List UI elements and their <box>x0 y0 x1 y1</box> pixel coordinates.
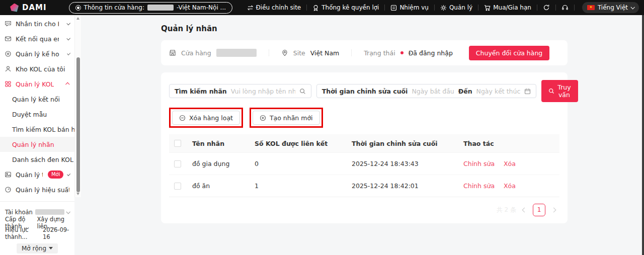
row-checkbox[interactable] <box>174 183 181 190</box>
divider <box>478 5 478 11</box>
next-page-button[interactable] <box>552 208 555 212</box>
page-scrollbar[interactable] <box>642 15 644 255</box>
end-date-input[interactable]: Ngày kết thúc <box>476 88 521 95</box>
edit-link[interactable]: Chỉnh sửa <box>463 182 495 190</box>
new-badge: Mới <box>48 171 64 179</box>
triangle-down-icon <box>49 247 53 249</box>
divider <box>434 5 435 11</box>
date-range-field[interactable]: Thời gian chỉnh sửa cuối Ngày bắt đầu Đế… <box>316 84 537 98</box>
label-search-field[interactable]: Tìm kiếm nhãn <box>169 84 311 98</box>
label-name: đồ gia dụng <box>188 160 251 167</box>
main-area: Quản lý nhãn Cửa hàng Site Việt Nam Trạn… <box>82 15 644 255</box>
scrollbar-thumb[interactable] <box>76 57 80 192</box>
sidebar-item-message-plan[interactable]: Quản lý kế hoạch nhắ... <box>0 46 74 61</box>
sidebar-subitem-find-kol[interactable]: Tìm kiếm KOL bán hàng <box>0 122 74 137</box>
status-dot-icon <box>400 51 404 54</box>
nav-adjust-site[interactable]: Điều chỉnh site <box>247 4 301 11</box>
nav-buy-renew[interactable]: Mua/Gia hạn <box>484 4 531 11</box>
table-header-row: Tên nhãn Số KOL được liên kết Thời gian … <box>169 134 559 152</box>
pagination: 共 2 条 1 <box>169 202 559 217</box>
scroll-up-arrow-icon[interactable] <box>76 17 79 20</box>
sidebar-item-label: Quản lý thực hi... <box>16 171 43 179</box>
prev-page-button[interactable] <box>523 208 526 212</box>
sidebar-subitem-connection-management[interactable]: Quản lý kết nối <box>0 92 74 107</box>
language-selector[interactable]: Tiếng Việt <box>582 2 639 13</box>
expand-button[interactable]: Mở rộng <box>17 243 58 253</box>
sidebar-subitem-label: Quản lý kết nối <box>12 96 60 103</box>
query-button[interactable]: Truy vấn <box>541 80 578 102</box>
sidebar-item-team-performance[interactable]: Quản lý hiệu suất nhóm <box>0 182 74 197</box>
sidebar-item-execution-management[interactable]: Quản lý thực hi... Mới <box>0 167 74 182</box>
chevron-down-icon[interactable] <box>66 210 70 214</box>
redacted-store-name <box>147 5 174 11</box>
account-label: Tài khoản <box>5 209 33 216</box>
store-icon <box>169 49 176 56</box>
switch-store-button[interactable]: Chuyển đổi cửa hàng <box>469 46 549 60</box>
person-icon <box>5 65 12 72</box>
sidebar-item-label: Kho KOL của tôi <box>16 65 65 73</box>
scroll-down-arrow-icon[interactable] <box>76 193 79 195</box>
nav-label: Điều chỉnh site <box>256 4 301 11</box>
sidebar-subitem-label-management[interactable]: Quản lý nhãn <box>0 137 74 152</box>
col-header-actions: Thao tác <box>459 140 559 147</box>
mail-icon <box>5 35 12 42</box>
sidebar-item-email-connect[interactable]: Kết nối qua email <box>0 31 74 46</box>
bulk-delete-label: Xóa hàng loạt <box>189 114 233 122</box>
account-panel: Tài khoản Cấp độ thành ... Xây dựng liên… <box>0 201 74 241</box>
validity-value: 2026-09-16 <box>43 226 69 240</box>
gear-icon <box>440 5 447 11</box>
sidebar-menu: Nhắn tin cho KOL Kết nối qua email Quản … <box>0 15 74 201</box>
label-management-card: Tìm kiếm nhãn Thời gian chỉnh sửa cuối N… <box>161 72 568 223</box>
labels-table: Tên nhãn Số KOL được liên kết Thời gian … <box>169 134 559 197</box>
site-label: Site <box>293 49 305 57</box>
search-input[interactable] <box>231 88 295 95</box>
total-count: 共 2 条 <box>497 206 516 214</box>
delete-link[interactable]: Xóa <box>504 182 516 190</box>
query-button-label: Truy vấn <box>557 83 571 99</box>
nav-tasks[interactable]: Nhiệm vụ <box>390 4 429 11</box>
swap-icon <box>247 5 254 11</box>
edit-link[interactable]: Chỉnh sửa <box>463 160 495 167</box>
page-number-button[interactable]: 1 <box>533 204 545 216</box>
refresh-icon[interactable] <box>543 4 550 11</box>
sidebar-item-my-kol-library[interactable]: Kho KOL của tôi <box>0 61 74 76</box>
annotation-box: Xóa hàng loạt <box>169 108 243 128</box>
sidebar-scrollbar[interactable] <box>74 15 81 197</box>
create-label-button[interactable]: Tạo nhãn mới <box>253 111 320 125</box>
pin-icon <box>281 49 288 56</box>
delete-link[interactable]: Xóa <box>504 160 516 167</box>
search-icon[interactable] <box>299 88 306 95</box>
col-header-name: Tên nhãn <box>188 140 251 147</box>
headset-icon[interactable] <box>561 4 569 11</box>
sidebar: Nhắn tin cho KOL Kết nối qua email Quản … <box>0 15 74 255</box>
sidebar-item-label: Nhắn tin cho KOL <box>16 20 59 28</box>
label-name: đồ ăn <box>188 182 251 190</box>
sidebar-item-message-kol[interactable]: Nhắn tin cho KOL <box>0 16 74 31</box>
bulk-delete-button[interactable]: Xóa hàng loạt <box>172 111 240 125</box>
sidebar-item-label: Quản lý hiệu suất nhóm <box>16 186 69 194</box>
expand-label: Mở rộng <box>22 245 46 252</box>
nav-manage[interactable]: Quản lý <box>440 4 472 11</box>
store-info-card: Cửa hàng Site Việt Nam Trạng thái Đã đăn… <box>161 40 568 65</box>
table-row: đồ ăn 1 2025-12-24 18:42:01 Chỉnh sửa Xó… <box>169 175 559 197</box>
start-date-input[interactable]: Ngày bắt đầu <box>412 88 454 95</box>
store-label: Cửa hàng <box>181 49 211 57</box>
nav-benefit-stats[interactable]: Thống kê quyền lợi <box>312 4 379 11</box>
annotation-box: Tạo nhãn mới <box>250 108 323 128</box>
chevron-down-icon <box>66 21 70 25</box>
redacted-account-name <box>35 209 64 215</box>
search-icon <box>548 88 554 94</box>
sidebar-subitem-kol-blacklist[interactable]: Danh sách đen KOL <box>0 152 74 167</box>
sidebar-item-kol-management[interactable]: Quản lý KOL <box>0 76 74 92</box>
validity-label: Hiệu lực thành... <box>5 226 43 240</box>
store-info-pill[interactable]: Thông tin cửa hàng: -Việt Nam-Nội ... <box>69 2 232 14</box>
kol-count: 1 <box>251 182 348 190</box>
sidebar-item-label: Quản lý kế hoạch nhắ... <box>16 50 59 58</box>
row-checkbox[interactable] <box>174 160 181 167</box>
divider <box>306 5 307 11</box>
table-row: đồ gia dụng 0 2025-12-24 18:43:43 Chỉnh … <box>169 152 559 175</box>
sidebar-subitem-sample-review[interactable]: Duyệt mẫu <box>0 107 74 122</box>
benefit-icon <box>312 5 319 11</box>
brand-logo: DAMI <box>10 3 47 12</box>
select-all-checkbox[interactable] <box>174 140 181 147</box>
